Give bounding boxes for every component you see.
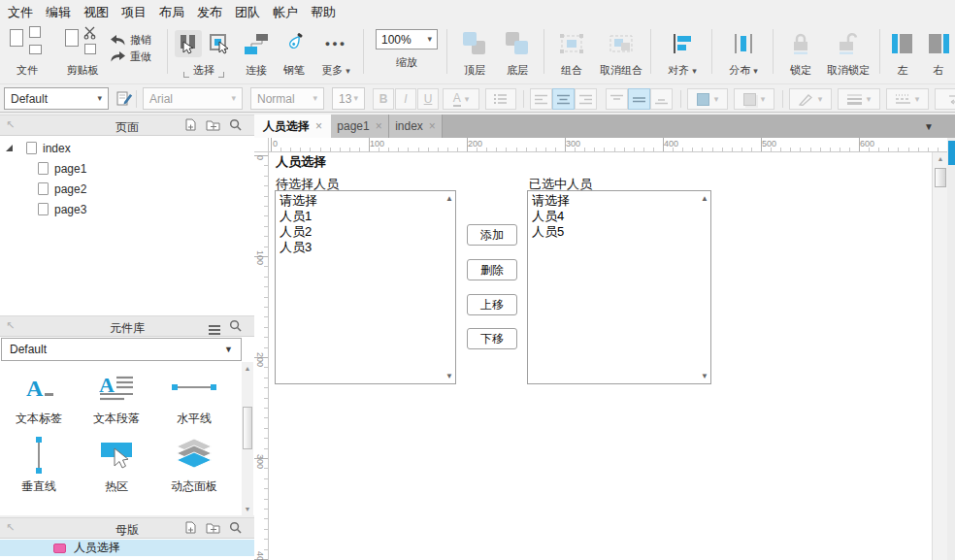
arrow-style-button[interactable] (935, 88, 955, 110)
valign-middle-button[interactable] (628, 88, 650, 110)
text-color-button[interactable]: A ▾ (443, 88, 479, 110)
style-preset-select[interactable]: Default ▾ (4, 87, 109, 110)
widget-item-vertical-line[interactable]: 垂直线 (0, 436, 78, 495)
menu-account[interactable]: 帐户 (273, 4, 298, 21)
menu-help[interactable]: 帮助 (311, 4, 336, 21)
target-listbox-widget[interactable]: 请选择 人员4 人员5 ▲ ▼ (527, 190, 711, 384)
bring-to-front-button[interactable] (454, 25, 495, 62)
cut-scissors-icon[interactable] (83, 26, 97, 40)
widgets-scroll-thumb[interactable] (243, 407, 252, 449)
new-file-icon[interactable] (10, 29, 23, 47)
select-contain-tool[interactable] (206, 30, 233, 57)
font-size-select[interactable]: 13 ▾ (332, 87, 365, 110)
masters-search-icon[interactable] (229, 521, 242, 534)
master-item-renxuan[interactable]: 人员选择 (0, 540, 254, 556)
widget-item-horizontal-line[interactable]: 水平线 (155, 368, 233, 427)
zoom-select[interactable]: 100% ▾ (376, 29, 438, 49)
add-folder-icon[interactable] (206, 118, 220, 131)
menu-view[interactable]: 视图 (83, 4, 109, 21)
valign-top-button[interactable] (606, 88, 628, 110)
list-item[interactable]: 人员1 (280, 209, 451, 224)
italic-button[interactable]: I (395, 88, 416, 110)
text-align-center-button[interactable] (552, 88, 575, 110)
scroll-down-icon[interactable]: ▼ (242, 506, 253, 512)
text-align-right-button[interactable] (575, 88, 597, 110)
page-tree-item-page2[interactable]: page2 (0, 179, 254, 199)
tab-close-icon[interactable]: × (315, 119, 322, 133)
fill-color-button[interactable]: ▾ (687, 88, 728, 110)
move-down-button-widget[interactable]: 下移 (467, 328, 517, 349)
shadow-button[interactable]: ▾ (734, 88, 774, 110)
select-intersect-tool[interactable] (175, 30, 202, 57)
scroll-up-icon[interactable]: ▲ (701, 194, 708, 203)
line-color-button[interactable]: ▾ (789, 88, 832, 110)
widget-item-hot-area[interactable]: 热区 (78, 436, 155, 495)
list-item[interactable]: 人员5 (532, 224, 707, 240)
design-canvas[interactable]: 人员选择 待选择人员 请选择 人员1 人员2 人员3 ▲ ▼ 添加 删除 上移 … (269, 152, 932, 560)
distribute-button[interactable] (718, 25, 769, 62)
font-family-select[interactable]: Arial ▾ (143, 87, 243, 110)
widgets-scrollbar[interactable]: ▲ ▼ (242, 362, 253, 515)
bold-button[interactable]: B (373, 88, 394, 110)
scroll-up-icon[interactable]: ▲ (242, 365, 253, 372)
add-button-widget[interactable]: 添加 (467, 224, 517, 246)
menu-team[interactable]: 团队 (235, 4, 260, 21)
menu-publish[interactable]: 发布 (197, 4, 222, 21)
scroll-up-icon[interactable]: ▲ (445, 194, 453, 203)
scroll-up-icon[interactable]: ▲ (933, 155, 948, 162)
group-button[interactable] (549, 25, 594, 62)
tab-page1[interactable]: page1 × (331, 115, 389, 138)
canvas-vertical-scrollbar[interactable]: ▲ (932, 152, 947, 560)
unlock-button[interactable] (821, 25, 875, 62)
align-button[interactable] (657, 25, 708, 62)
redo-button[interactable]: 重做 (111, 49, 163, 64)
page-tree-item-page3[interactable]: page3 (0, 199, 254, 219)
text-align-left-button[interactable] (530, 88, 552, 110)
widgets-search-icon[interactable] (229, 319, 242, 332)
tab-renyuanxuanze[interactable]: 人员选择 × (254, 115, 331, 138)
menu-layout[interactable]: 布局 (159, 4, 184, 21)
expand-icon[interactable] (6, 145, 13, 151)
page-tree-item-page1[interactable]: page1 (0, 158, 254, 179)
add-master-folder-icon[interactable] (206, 521, 220, 534)
list-item[interactable]: 请选择 (532, 193, 707, 209)
tab-index[interactable]: index × (389, 115, 443, 138)
paste-icon[interactable] (84, 44, 96, 54)
ungroup-button[interactable] (594, 25, 648, 62)
line-width-button[interactable]: ▾ (838, 88, 880, 110)
move-up-button-widget[interactable]: 上移 (467, 294, 517, 315)
connect-button[interactable] (239, 25, 274, 62)
widget-library-select[interactable]: Default ▼ (1, 338, 242, 361)
valign-bottom-button[interactable] (650, 88, 673, 110)
list-item[interactable]: 人员2 (280, 224, 451, 240)
canvas-scroll-thumb[interactable] (935, 168, 946, 187)
align-left-button[interactable] (885, 25, 920, 62)
widgets-menu-icon[interactable] (209, 325, 220, 327)
source-listbox-widget[interactable]: 请选择 人员1 人员2 人员3 ▲ ▼ (275, 190, 456, 384)
line-style-button[interactable]: ▾ (886, 88, 929, 110)
menu-edit[interactable]: 编辑 (46, 4, 71, 21)
bullet-list-button[interactable] (485, 88, 516, 110)
list-item[interactable]: 人员3 (280, 240, 451, 255)
add-master-icon[interactable] (184, 521, 197, 534)
page-tree-item-index[interactable]: index (0, 138, 254, 158)
scroll-down-icon[interactable]: ▼ (445, 372, 453, 380)
align-right-button[interactable] (922, 25, 955, 62)
underline-button[interactable]: U (417, 88, 439, 110)
delete-button-widget[interactable]: 删除 (467, 259, 517, 280)
pages-search-icon[interactable] (229, 118, 242, 131)
open-icon[interactable] (29, 45, 42, 54)
right-panel-handle[interactable] (948, 141, 955, 165)
tab-close-icon[interactable]: × (376, 119, 382, 133)
add-page-icon[interactable] (184, 118, 197, 131)
tab-list-dropdown-icon[interactable]: ▼ (924, 121, 934, 132)
list-item[interactable]: 请选择 (280, 193, 451, 209)
pen-button[interactable] (278, 25, 311, 62)
menu-file[interactable]: 文件 (8, 4, 33, 21)
widget-item-text-label[interactable]: A 文本标签 (0, 368, 78, 427)
copy-icon[interactable] (65, 29, 79, 47)
scroll-down-icon[interactable]: ▼ (701, 372, 708, 380)
lock-button[interactable] (780, 25, 821, 62)
widget-item-text-paragraph[interactable]: A 文本段落 (78, 368, 155, 427)
font-weight-select[interactable]: Normal ▾ (250, 87, 324, 110)
